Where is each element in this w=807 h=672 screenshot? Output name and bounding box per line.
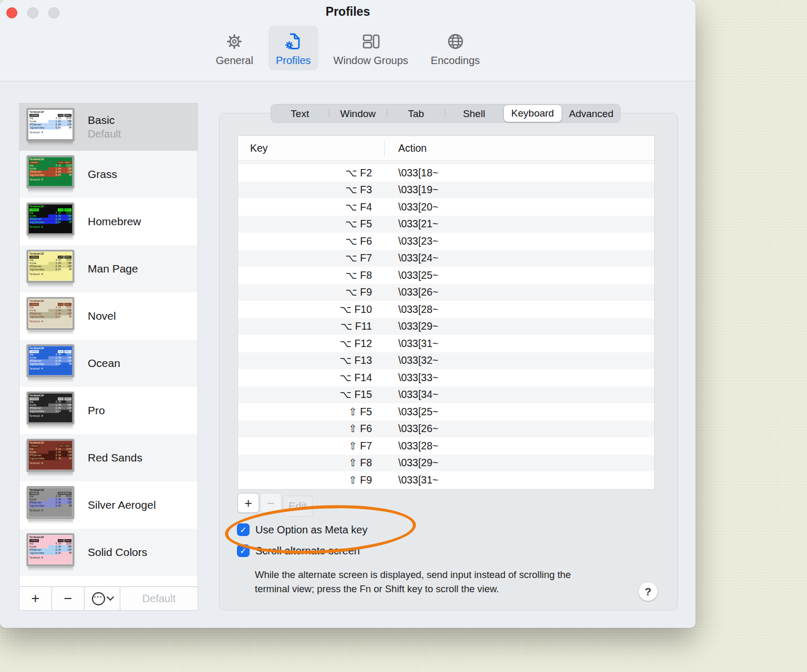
- profile-subtitle: Default: [88, 128, 121, 140]
- tab-bar: TextWindowTabShellKeyboardAdvanced: [271, 104, 620, 123]
- ellipsis-circle-icon: ···: [92, 592, 105, 605]
- shortcut-action: \033[33~: [398, 372, 438, 384]
- shortcut-key: ⌥ F5: [238, 218, 372, 230]
- shortcut-table-row[interactable]: ⌥ F11 \033[29~: [238, 318, 654, 335]
- toolbar-item-window-groups[interactable]: Window Groups: [326, 26, 416, 70]
- remove-shortcut-button[interactable]: −: [260, 493, 282, 513]
- tab-keyboard[interactable]: Keyboard: [504, 105, 562, 122]
- shortcut-key: ⌥ F9: [238, 286, 372, 298]
- shortcut-key: ⌥ F13: [238, 354, 372, 366]
- titlebar: Profiles General: [0, 0, 696, 81]
- checkbox-checked-icon[interactable]: ✓: [237, 523, 250, 536]
- shortcut-key: ⌥ F12: [238, 338, 372, 350]
- profile-thumbnail: Terminal1# COMMAND%CPURPRVT top4.1%231KX…: [27, 392, 74, 429]
- tab-advanced[interactable]: Advanced: [563, 105, 620, 122]
- shortcut-table-row[interactable]: ⇧ F9 \033[31~: [238, 471, 654, 489]
- shortcut-action: \033[19~: [398, 184, 438, 196]
- profile-name: Grass: [88, 168, 117, 181]
- column-header-action: Action: [398, 142, 427, 154]
- set-default-button[interactable]: Default: [120, 587, 198, 610]
- partial-row-bottom: [238, 489, 654, 490]
- shortcut-action: \033[18~: [398, 167, 438, 179]
- sidebar-footer: + − ··· Default: [19, 586, 198, 610]
- profile-thumbnail: Terminal1# COMMAND%CPURPRVT top4.1%231KX…: [27, 486, 74, 524]
- shortcut-action: \033[26~: [398, 423, 438, 435]
- toolbar-label-window-groups: Window Groups: [334, 55, 408, 67]
- use-option-as-meta-checkbox-row[interactable]: ✓ Use Option as Meta key: [237, 523, 367, 536]
- checkbox-label: Scroll alternate screen: [255, 545, 360, 557]
- toolbar-label-encodings: Encodings: [431, 55, 480, 67]
- shortcut-table-row[interactable]: ⌥ F10 \033[28~: [238, 301, 654, 318]
- toolbar-item-encodings[interactable]: Encodings: [423, 26, 487, 70]
- tab-window[interactable]: Window: [329, 105, 387, 122]
- shortcut-action: \033[28~: [398, 440, 438, 452]
- profile-name: Basic: [88, 114, 121, 127]
- shortcut-table-row[interactable]: ⌥ F3 \033[19~: [238, 182, 654, 199]
- profile-list-item-grass[interactable]: Terminal1# COMMAND%CPURPRVT top4.1%231KX…: [19, 151, 198, 198]
- shortcut-table-row[interactable]: ⌥ F5 \033[21~: [238, 216, 654, 233]
- profile-thumbnail: Terminal1# COMMAND%CPURPRVT top4.1%231KX…: [27, 439, 74, 477]
- shortcut-action: \033[28~: [398, 303, 438, 316]
- profile-thumbnail: Terminal1# COMMAND%CPURPRVT top4.1%231KX…: [27, 344, 74, 382]
- scroll-alternate-screen-checkbox-row[interactable]: ✓ Scroll alternate screen: [237, 544, 360, 557]
- profile-list-item-novel[interactable]: Terminal1# COMMAND%CPURPRVT top4.1%231KX…: [19, 292, 198, 340]
- tab-tab[interactable]: Tab: [387, 105, 445, 122]
- shortcut-table-row[interactable]: ⌥ F15 \033[34~: [238, 386, 654, 404]
- profile-list-item-silver-aerogel[interactable]: Terminal1# COMMAND%CPURPRVT top4.1%231KX…: [19, 481, 198, 529]
- profile-list-item-pro[interactable]: Terminal1# COMMAND%CPURPRVT top4.1%231KX…: [19, 387, 198, 434]
- shortcut-action: \033[25~: [398, 269, 438, 281]
- shortcut-table-row[interactable]: ⌥ F8 \033[25~: [238, 267, 654, 284]
- profile-name: Silver Aerogel: [88, 499, 156, 511]
- chevron-down-icon: [106, 593, 113, 601]
- shortcut-table-row[interactable]: ⇧ F7 \033[28~: [238, 437, 654, 455]
- shortcut-table-row[interactable]: ⌥ F4 \033[20~: [238, 198, 654, 216]
- shortcut-key: ⌥ F6: [238, 235, 372, 247]
- shortcut-table-row[interactable]: ⌥ F2 \033[18~: [238, 164, 654, 182]
- thumbnail-reflection: [28, 284, 73, 288]
- shortcut-table-row[interactable]: ⌥ F14 \033[33~: [238, 369, 654, 386]
- toolbar-item-general[interactable]: General: [209, 26, 261, 70]
- toolbar-item-profiles[interactable]: Profiles: [268, 26, 318, 70]
- profile-list-item-man-page[interactable]: Terminal1# COMMAND%CPURPRVT top4.1%231KX…: [19, 245, 198, 292]
- shortcut-table-row[interactable]: ⇧ F5 \033[25~: [238, 403, 654, 421]
- profile-list-item-solid-colors[interactable]: Terminal1# COMMAND%CPURPRVT top4.1%231KX…: [19, 529, 198, 576]
- profile-thumbnail: Terminal1# COMMAND%CPURPRVT top4.1%231KX…: [27, 297, 74, 335]
- shortcut-action: \033[20~: [398, 201, 438, 213]
- shortcut-key: ⇧ F9: [238, 474, 372, 486]
- keyboard-shortcut-table: Key Action ⌥ F2 \033[18~ ⌥ F3 \033[19~ ⌥…: [237, 135, 655, 490]
- profile-list-item-homebrew[interactable]: Terminal1# COMMAND%CPURPRVT top4.1%231KX…: [19, 198, 198, 245]
- desktop: { "window": { "title": "Profiles" }, "to…: [0, 0, 807, 672]
- tab-text[interactable]: Text: [271, 105, 329, 122]
- shortcut-table-row[interactable]: ⇧ F8 \033[29~: [238, 455, 654, 472]
- profile-list-item-red-sands[interactable]: Terminal1# COMMAND%CPURPRVT top4.1%231KX…: [19, 434, 198, 481]
- shortcut-key: ⌥ F15: [238, 388, 372, 401]
- edit-shortcut-button[interactable]: Edit: [283, 496, 313, 517]
- toolbar-label-general: General: [216, 55, 253, 67]
- shortcut-table-row[interactable]: ⌥ F13 \033[32~: [238, 352, 654, 370]
- more-options-button[interactable]: ···: [85, 587, 120, 610]
- thumbnail-reflection: [28, 189, 73, 193]
- shortcut-table-row[interactable]: ⌥ F7 \033[24~: [238, 250, 654, 267]
- shortcut-table-row[interactable]: ⌥ F6 \033[23~: [238, 233, 654, 250]
- shortcut-table-row[interactable]: ⇧ F6 \033[26~: [238, 421, 654, 438]
- profile-name: Ocean: [88, 357, 120, 370]
- profile-name: Solid Colors: [88, 546, 147, 559]
- terminal-preferences-window: Profiles General: [0, 0, 696, 628]
- toolbar-label-profiles: Profiles: [276, 55, 311, 67]
- tab-shell[interactable]: Shell: [446, 105, 503, 122]
- shortcut-key: ⇧ F6: [238, 423, 372, 435]
- help-button[interactable]: ?: [638, 582, 658, 601]
- profile-thumbnail: Terminal1# COMMAND%CPURPRVT top4.1%231KX…: [27, 203, 74, 240]
- shortcut-action: \033[21~: [398, 218, 438, 230]
- gear-icon: [224, 30, 245, 53]
- add-profile-button[interactable]: +: [19, 587, 52, 610]
- profile-list-item-basic[interactable]: Terminal1# COMMAND%CPURPRVT top4.1%231KX…: [19, 103, 198, 151]
- profile-name: Man Page: [88, 262, 138, 275]
- shortcut-table-row[interactable]: ⌥ F12 \033[31~: [238, 335, 654, 352]
- remove-profile-button[interactable]: −: [52, 587, 85, 610]
- checkbox-checked-icon[interactable]: ✓: [237, 544, 250, 557]
- profile-list-item-ocean[interactable]: Terminal1# COMMAND%CPURPRVT top4.1%231KX…: [19, 340, 198, 387]
- add-shortcut-button[interactable]: +: [237, 493, 259, 513]
- shortcut-key: ⌥ F10: [238, 303, 372, 316]
- shortcut-table-row[interactable]: ⌥ F9 \033[26~: [238, 284, 654, 301]
